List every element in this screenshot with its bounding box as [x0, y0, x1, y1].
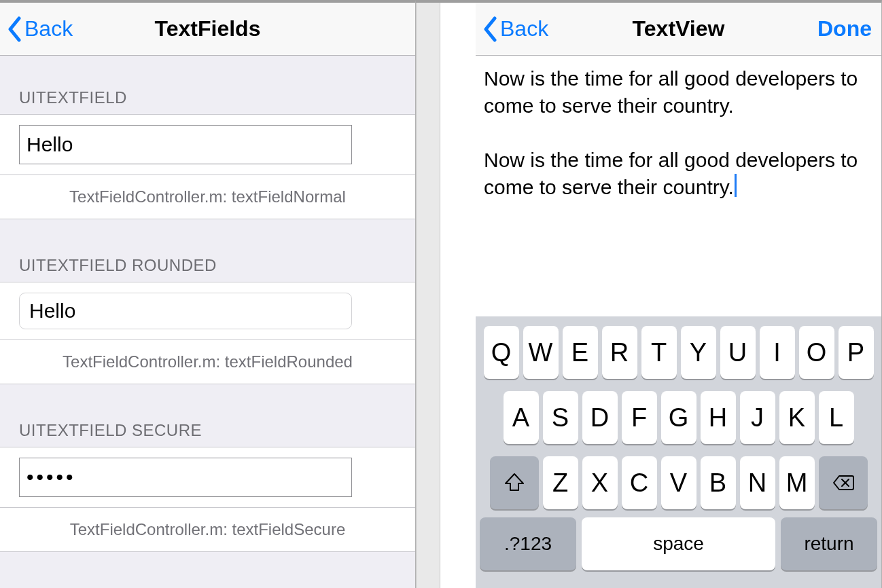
- key-q[interactable]: Q: [484, 326, 519, 379]
- keyboard: QWERTYUIOP ASDFGHJKL ZXCVBNM .?123 space…: [476, 316, 881, 588]
- key-h[interactable]: H: [701, 391, 736, 444]
- return-key[interactable]: return: [781, 517, 877, 570]
- key-j[interactable]: J: [740, 391, 775, 444]
- backspace-icon: [832, 471, 855, 494]
- text-caret: [735, 174, 737, 197]
- key-k[interactable]: K: [779, 391, 815, 444]
- back-button[interactable]: Back: [482, 16, 548, 42]
- key-e[interactable]: E: [563, 326, 598, 379]
- divider-strip: [416, 0, 476, 588]
- keyboard-row-2: ASDFGHJKL: [480, 391, 877, 444]
- key-o[interactable]: O: [799, 326, 834, 379]
- section-header-normal: UITEXTFIELD: [0, 56, 415, 114]
- symbols-key[interactable]: .?123: [480, 517, 576, 570]
- textview-content: Now is the time for all good developers …: [484, 67, 864, 198]
- footer-secure: TextFieldController.m: textFieldSecure: [0, 508, 415, 552]
- section-header-rounded: UITEXTFIELD ROUNDED: [0, 219, 415, 282]
- textview-screen: Back TextView Done Now is the time for a…: [476, 0, 882, 588]
- key-g[interactable]: G: [661, 391, 696, 444]
- keyboard-row-1: QWERTYUIOP: [480, 326, 877, 379]
- keyboard-row-4: .?123 space return: [480, 517, 877, 570]
- key-n[interactable]: N: [740, 456, 775, 509]
- key-p[interactable]: P: [839, 326, 874, 379]
- chevron-left-icon: [482, 16, 497, 42]
- section-header-secure: UITEXTFIELD SECURE: [0, 384, 415, 447]
- key-v[interactable]: V: [661, 456, 696, 509]
- key-f[interactable]: F: [622, 391, 657, 444]
- textfields-screen: Back TextFields UITEXTFIELD TextFieldCon…: [0, 0, 416, 588]
- back-label: Back: [500, 16, 548, 41]
- table-view[interactable]: UITEXTFIELD TextFieldController.m: textF…: [0, 56, 415, 552]
- chevron-left-icon: [7, 16, 22, 42]
- key-i[interactable]: I: [760, 326, 795, 379]
- back-label: Back: [24, 16, 73, 41]
- backspace-key[interactable]: [819, 456, 868, 509]
- key-y[interactable]: Y: [681, 326, 716, 379]
- footer-normal: TextFieldController.m: textFieldNormal: [0, 175, 415, 219]
- textview[interactable]: Now is the time for all good developers …: [476, 56, 881, 319]
- textfield-secure[interactable]: [19, 458, 352, 497]
- key-b[interactable]: B: [701, 456, 736, 509]
- key-u[interactable]: U: [720, 326, 756, 379]
- space-key[interactable]: space: [582, 517, 775, 570]
- back-button[interactable]: Back: [7, 16, 73, 42]
- done-button[interactable]: Done: [817, 16, 872, 41]
- key-c[interactable]: C: [622, 456, 657, 509]
- cell-textfield-secure: [0, 447, 415, 508]
- key-s[interactable]: S: [543, 391, 578, 444]
- cell-textfield-normal: [0, 114, 415, 175]
- cell-textfield-rounded: [0, 282, 415, 340]
- key-w[interactable]: W: [523, 326, 559, 379]
- keyboard-row-3: ZXCVBNM: [480, 456, 877, 509]
- textfield-normal[interactable]: [19, 125, 352, 164]
- key-r[interactable]: R: [602, 326, 637, 379]
- shift-icon: [503, 471, 526, 494]
- textfield-rounded[interactable]: [19, 293, 352, 329]
- key-x[interactable]: X: [582, 456, 618, 509]
- navbar-right: Back TextView Done: [476, 3, 881, 56]
- footer-rounded: TextFieldController.m: textFieldRounded: [0, 340, 415, 384]
- key-z[interactable]: Z: [543, 456, 578, 509]
- key-a[interactable]: A: [504, 391, 539, 444]
- key-l[interactable]: L: [819, 391, 854, 444]
- key-m[interactable]: M: [779, 456, 815, 509]
- key-d[interactable]: D: [582, 391, 618, 444]
- shift-key[interactable]: [490, 456, 539, 509]
- navbar-left: Back TextFields: [0, 3, 415, 56]
- key-t[interactable]: T: [641, 326, 677, 379]
